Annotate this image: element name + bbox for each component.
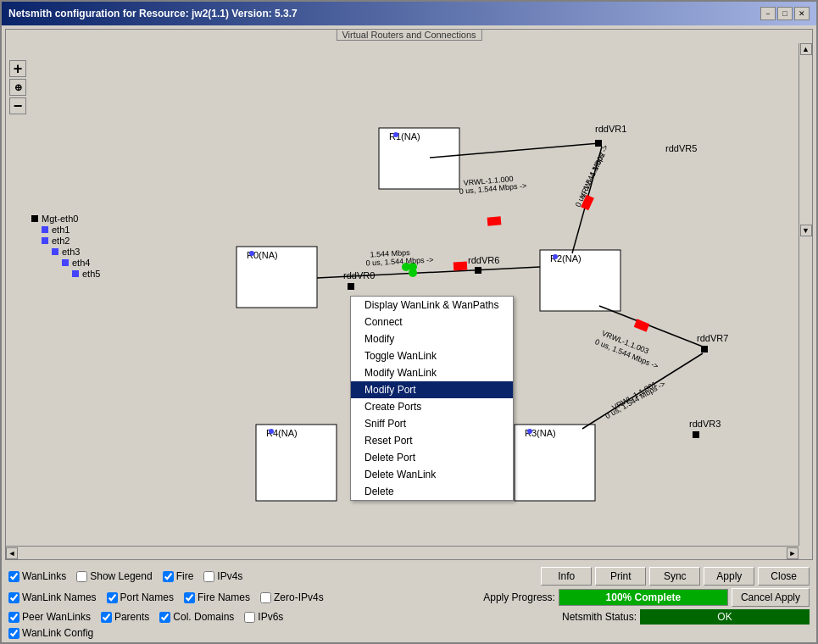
checkbox-ipv6s[interactable]: IPv6s [244,611,283,623]
rddvr3-icon [693,431,699,438]
checkbox-parents-label: Parents [114,611,149,623]
menu-item-modify[interactable]: Modify [351,330,513,347]
router-r0-port [249,251,254,256]
checkbox-peer-wanlinks-label: Peer WanLinks [22,611,91,623]
checkbox-group-row3: Peer WanLinks Parents Col. Domains IPv6s [8,611,555,623]
scroll-right-btn[interactable]: ► [787,547,799,559]
router-r1-label: R1(NA) [389,131,420,142]
canvas-label: Virtual Routers and Connections [336,30,481,41]
checkbox-parents[interactable]: Parents [101,611,149,623]
checkbox-peer-wanlinks-input[interactable] [8,612,19,623]
checkbox-show-legend[interactable]: Show Legend [76,570,152,582]
checkbox-col-domains-label: Col. Domains [173,611,234,623]
checkbox-zero-ipv4s-input[interactable] [260,592,271,603]
window-title: Netsmith configuration for Resource: jw2… [8,8,298,19]
checkbox-peer-wanlinks[interactable]: Peer WanLinks [8,611,91,623]
checkbox-fire-names[interactable]: Fire Names [184,591,250,603]
menu-item-modify-port[interactable]: Modify Port [351,381,513,398]
link-block-cross [454,262,468,271]
router-r4-port [269,429,274,434]
context-menu: Display WanLink & WanPaths Connect Modif… [350,296,514,501]
checkbox-zero-ipv4s[interactable]: Zero-IPv4s [260,591,324,603]
scroll-up-btn[interactable]: ▲ [800,43,812,55]
checkbox-ipv6s-input[interactable] [244,612,255,623]
checkbox-wanlink-names[interactable]: WanLink Names [8,591,97,603]
checkbox-port-names-input[interactable] [107,592,118,603]
netsmith-status-label: Netsmith Status: [562,611,637,623]
router-r3-port [527,429,532,434]
checkbox-ipv6s-label: IPv6s [258,611,283,623]
netsmith-status-value: OK [640,609,810,625]
link-label-001b: 0 us, 1.544 Mbps -> [604,380,666,421]
rddvr5-label: rddVR5 [665,143,697,153]
menu-item-display-wanlink[interactable]: Display WanLink & WanPaths [351,297,513,314]
checkbox-show-legend-input[interactable] [76,571,87,582]
rddvr1-label: rddVR1 [595,124,626,134]
menu-item-delete-wanlink[interactable]: Delete WanLink [351,466,513,483]
cancel-apply-button[interactable]: Cancel Apply [732,588,810,607]
apply-button[interactable]: Apply [704,567,754,586]
minimize-button[interactable]: − [760,7,776,20]
checkbox-fire-input[interactable] [163,571,174,582]
menu-item-delete[interactable]: Delete [351,483,513,500]
checkbox-wanlinks-input[interactable] [8,571,19,582]
controls-row4: WanLink Config [8,627,810,639]
checkbox-wanlink-names-label: WanLink Names [22,591,97,603]
bottom-panel: WanLinks Show Legend Fire IPv4s [2,564,816,642]
checkbox-col-domains-input[interactable] [159,612,170,623]
rddvr6-label: rddVR6 [468,255,499,265]
router-r1-port [393,132,398,137]
main-content: Virtual Routers and Connections ▲ ▼ ◄ ► … [2,25,816,642]
scroll-down-btn[interactable]: ▼ [800,225,812,236]
scrollbar-bottom[interactable]: ◄ ► [6,546,799,559]
canvas-area: + ⊕ − Mgt-eth0 eth1 [6,43,799,546]
menu-item-modify-wanlink[interactable]: Modify WanLink [351,364,513,381]
window-controls: − □ ✕ [760,7,810,20]
checkbox-fire[interactable]: Fire [163,570,194,582]
menu-item-create-ports[interactable]: Create Ports [351,398,513,415]
checkbox-ipv4s[interactable]: IPv4s [203,570,242,582]
checkbox-ipv4s-input[interactable] [203,571,214,582]
rddvr0-icon [348,283,354,290]
checkbox-fire-names-input[interactable] [184,592,195,603]
canvas-section: Virtual Routers and Connections ▲ ▼ ◄ ► … [5,29,813,560]
checkbox-parents-input[interactable] [101,612,112,623]
checkbox-ipv4s-label: IPv4s [217,570,242,582]
checkbox-wanlink-config[interactable]: WanLink Config [8,627,93,639]
checkbox-wanlink-config-label: WanLink Config [22,627,93,639]
checkbox-group-row2: WanLink Names Port Names Fire Names Zero… [8,591,476,603]
router-r2-port [553,254,558,259]
checkbox-col-domains[interactable]: Col. Domains [159,611,234,623]
link-block-000 [487,216,502,225]
controls-row3: Peer WanLinks Parents Col. Domains IPv6s [8,609,810,625]
controls-row1: WanLinks Show Legend Fire IPv4s [8,567,810,586]
info-button[interactable]: Info [541,567,592,586]
action-buttons: Info Print Sync Apply Close [541,567,810,586]
progress-bar-fill: 100% Complete [559,590,727,605]
title-bar: Netsmith configuration for Resource: jw2… [2,2,816,25]
netsmith-status-container: Netsmith Status: OK [562,609,810,625]
main-window: Netsmith configuration for Resource: jw2… [0,0,818,644]
checkbox-wanlinks[interactable]: WanLinks [8,570,66,582]
checkbox-show-legend-label: Show Legend [90,570,152,582]
menu-item-sniff-port[interactable]: Sniff Port [351,415,513,432]
checkbox-wanlink-names-input[interactable] [8,592,19,603]
menu-item-toggle-wanlink[interactable]: Toggle WanLink [351,347,513,364]
menu-item-connect[interactable]: Connect [351,314,513,330]
checkbox-fire-names-label: Fire Names [198,591,250,603]
menu-item-reset-port[interactable]: Reset Port [351,432,513,449]
apply-progress-container: Apply Progress: 100% Complete Cancel App… [483,588,810,607]
scroll-left-btn[interactable]: ◄ [6,547,18,559]
maximize-button[interactable]: □ [777,7,793,20]
checkbox-port-names[interactable]: Port Names [107,591,174,603]
close-button[interactable]: ✕ [794,7,810,20]
checkbox-group-row1: WanLinks Show Legend Fire IPv4s [8,570,534,582]
close-button[interactable]: Close [758,567,810,586]
menu-item-delete-port[interactable]: Delete Port [351,449,513,466]
rddvr7-label: rddVR7 [697,333,728,343]
rddvr3-label: rddVR3 [689,419,721,429]
scrollbar-right[interactable]: ▲ ▼ [799,43,812,546]
sync-button[interactable]: Sync [649,567,700,586]
checkbox-wanlink-config-input[interactable] [8,628,19,639]
print-button[interactable]: Print [595,567,646,586]
